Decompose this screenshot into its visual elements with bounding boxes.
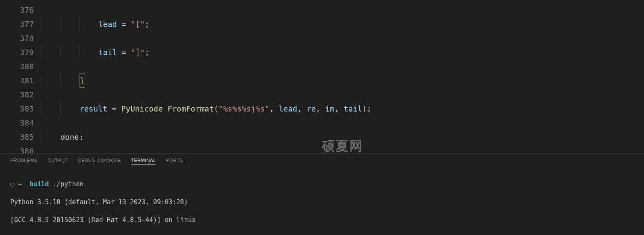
line-number: 380 bbox=[0, 59, 34, 73]
line-number: 385 bbox=[0, 130, 34, 144]
line-number: 382 bbox=[0, 88, 34, 102]
terminal-line: Python 3.5.10 (default, Mar 13 2023, 09:… bbox=[10, 198, 634, 207]
code-content[interactable]: lead = "["; tail = "]"; } result = PyUni… bbox=[41, 0, 644, 153]
bottom-panel: PROBLEMS OUTPUT DEBUG CONSOLE TERMINAL P… bbox=[0, 153, 644, 235]
tab-debug-console[interactable]: DEBUG CONSOLE bbox=[78, 158, 121, 165]
tab-output[interactable]: OUTPUT bbox=[48, 158, 68, 165]
terminal-line: [GCC 4.8.5 20150623 (Red Hat 4.8.5-44)] … bbox=[10, 216, 634, 225]
line-number: 381 bbox=[0, 73, 34, 88]
line-number: 386 bbox=[0, 144, 34, 153]
line-gutter: 376 377 378 379 380 381 382 383 384 385 … bbox=[0, 0, 41, 153]
code-line: lead = "["; bbox=[41, 17, 644, 31]
code-line: result = PyUnicode_FromFormat("%s%s%sj%s… bbox=[41, 102, 644, 116]
tab-problems[interactable]: PROBLEMS bbox=[10, 158, 38, 165]
cursor-box: } bbox=[80, 73, 85, 88]
terminal-content[interactable]: ○ → build ./python Python 3.5.10 (defaul… bbox=[0, 168, 644, 235]
line-number: 378 bbox=[0, 31, 34, 45]
line-number: 376 bbox=[0, 3, 34, 17]
tab-terminal[interactable]: TERMINAL bbox=[131, 158, 156, 165]
line-number: 383 bbox=[0, 102, 34, 116]
line-number: 377 bbox=[0, 17, 34, 31]
terminal-line: ○ → build ./python bbox=[10, 180, 634, 189]
panel-tabs: PROBLEMS OUTPUT DEBUG CONSOLE TERMINAL P… bbox=[0, 154, 644, 168]
line-number: 379 bbox=[0, 45, 34, 59]
tab-ports[interactable]: PORTS bbox=[166, 158, 183, 165]
code-line: done: bbox=[41, 130, 644, 144]
line-number: 384 bbox=[0, 116, 34, 130]
code-editor[interactable]: 376 377 378 379 380 381 382 383 384 385 … bbox=[0, 0, 644, 153]
code-line: tail = "]"; bbox=[41, 45, 644, 59]
code-line: } bbox=[41, 73, 644, 88]
